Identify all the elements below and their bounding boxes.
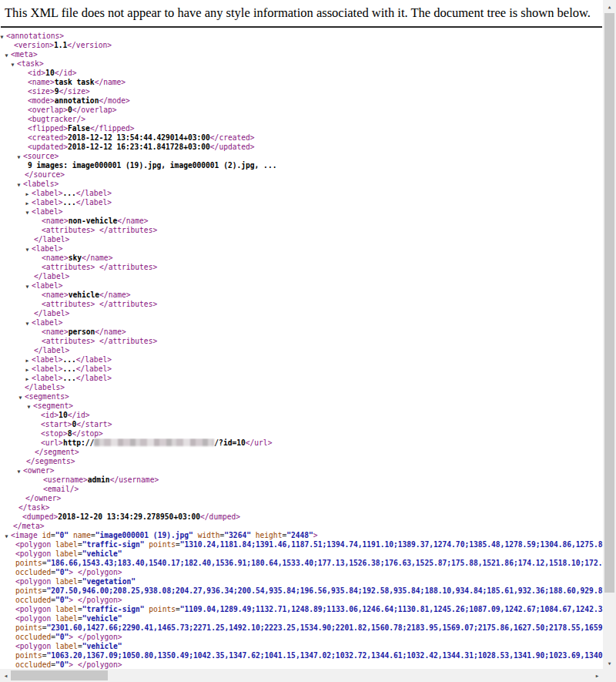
xml-token: 2018-12-20 13:34:29.278950+03:00	[58, 512, 200, 521]
xml-token: "1310.24,1181.84;1391.46,1187.51;1394.74…	[180, 540, 603, 549]
horizontal-scrollbar-thumb[interactable]	[11, 670, 108, 680]
xml-token: "vehicle"	[82, 642, 122, 650]
scroll-left-icon: ◀	[5, 673, 8, 678]
xml-token: <updated>	[28, 143, 68, 151]
collapse-arrow-icon[interactable]: ▼	[24, 319, 31, 328]
xml-line: points="1063.20,1367.09;1050.80,1350.49;…	[0, 651, 603, 660]
collapse-arrow-icon[interactable]: ▼	[3, 532, 10, 540]
xml-token: <version>	[14, 41, 54, 49]
xml-token: points	[15, 651, 42, 660]
xml-token: </version>	[67, 41, 112, 49]
xml-line: 9 images: image000001 (19).jpg, image000…	[0, 161, 603, 170]
xml-token: "2448"	[286, 531, 313, 539]
scroll-left-button[interactable]: ◀	[0, 669, 12, 682]
xml-token: vehicle	[69, 291, 99, 299]
xml-token: <image	[11, 531, 42, 539]
xml-line: <name>sky</name>	[0, 254, 603, 263]
xml-token: </label>	[34, 309, 69, 317]
xml-line: <polygon label="traffic-sign" points="11…	[0, 605, 603, 614]
vertical-scrollbar[interactable]: ▲ ▼	[603, 0, 616, 669]
xml-token: label	[55, 549, 78, 558]
xml-line: <polygon label="vehicle"	[0, 614, 603, 623]
xml-line: ▼<label>	[0, 207, 603, 217]
xml-token: non-vehicle	[69, 217, 118, 225]
xml-token: points	[149, 540, 176, 549]
expand-arrow-icon[interactable]: ▶	[24, 199, 31, 207]
xml-token: points	[15, 623, 42, 632]
xml-token: annotation	[55, 96, 99, 105]
xml-line: <polygon label="vehicle"	[0, 642, 603, 651]
xml-token: "traffic-sign"	[82, 605, 145, 613]
xml-token: <polygon	[15, 642, 55, 650]
xml-token: </name>	[99, 291, 130, 299]
redacted-url-blur	[94, 438, 214, 446]
xml-line: ▼<source>	[0, 152, 603, 161]
xml-token: <label>	[32, 207, 62, 216]
xml-token: </polygon>	[78, 568, 122, 576]
xml-token: "0"	[55, 531, 69, 539]
collapse-arrow-icon[interactable]: ▼	[15, 180, 22, 189]
collapse-arrow-icon[interactable]: ▼	[0, 32, 5, 41]
collapse-arrow-icon[interactable]: ▼	[3, 51, 10, 59]
xml-token: </updated>	[210, 143, 255, 151]
xml-token: points	[15, 586, 42, 595]
xml-line: <id>10</id>	[0, 69, 603, 78]
xml-line: <bugtracker/>	[0, 115, 603, 124]
xml-token: <size>	[28, 87, 55, 96]
scroll-right-button[interactable]: ▶	[591, 669, 603, 682]
xml-line: <size>9</size>	[0, 87, 603, 96]
xml-token: </name>	[95, 78, 126, 86]
xml-token: </dumped>	[200, 512, 240, 521]
collapse-arrow-icon[interactable]: ▼	[9, 60, 16, 69]
collapse-arrow-icon[interactable]: ▼	[17, 393, 24, 401]
xml-token: label	[55, 614, 78, 623]
xml-token: </name>	[95, 328, 126, 336]
xml-token: </name>	[82, 254, 112, 262]
xml-token: <label>	[32, 281, 62, 290]
collapse-arrow-icon[interactable]: ▼	[24, 282, 31, 291]
xml-token: <attributes>	[42, 337, 95, 345]
xml-line: ▶<label>...</label>	[0, 355, 603, 365]
xml-token: points	[149, 605, 176, 613]
collapse-arrow-icon[interactable]: ▼	[24, 208, 31, 217]
xml-token: <polygon	[15, 577, 55, 586]
xml-line: ▶<label>...</label>	[0, 198, 603, 207]
xml-token: 1.1	[54, 41, 67, 49]
collapse-arrow-icon[interactable]: ▼	[15, 467, 22, 475]
expand-arrow-icon[interactable]: ▶	[24, 375, 31, 383]
xml-token: <segment>	[33, 401, 73, 410]
xml-token: "vehicle"	[82, 549, 122, 558]
xml-token: <stop>	[41, 429, 68, 438]
xml-token: <name>	[28, 78, 55, 86]
xml-line: points="2301.60,1427.66;2290.41,1465.73;…	[0, 623, 603, 633]
scroll-down-icon: ▼	[608, 660, 611, 666]
xml-line: occluded="0"> </polygon>	[0, 568, 603, 577]
xml-line: <attributes> </attributes>	[0, 337, 603, 346]
collapse-arrow-icon[interactable]: ▼	[25, 402, 32, 411]
xml-line: occluded="0"> </polygon>	[0, 660, 603, 669]
xml-token: <label>	[32, 374, 62, 382]
scroll-down-button[interactable]: ▼	[603, 657, 616, 669]
xml-token: "0"	[55, 660, 69, 669]
xml-token: </label>	[76, 355, 112, 364]
xml-token: <bugtracker/>	[28, 115, 85, 123]
expand-arrow-icon[interactable]: ▶	[24, 356, 31, 365]
xml-token: <label>	[32, 189, 62, 197]
expand-arrow-icon[interactable]: ▶	[24, 190, 31, 198]
vertical-scrollbar-thumb[interactable]	[604, 13, 614, 593]
horizontal-scrollbar[interactable]: ◀ ▶	[0, 669, 603, 682]
xml-token: width	[198, 531, 220, 539]
xml-token: ...	[62, 374, 75, 382]
expand-arrow-icon[interactable]: ▶	[24, 365, 31, 374]
collapse-arrow-icon[interactable]: ▼	[24, 245, 31, 254]
xml-token: <mode>	[28, 96, 55, 105]
xml-line: </owner>	[0, 494, 603, 503]
xml-token: <attributes>	[42, 263, 95, 271]
xml-token: </meta>	[13, 522, 44, 530]
scroll-up-button[interactable]: ▲	[603, 0, 616, 12]
xml-token: <label>	[32, 244, 62, 253]
xml-token: 9 images: image000001 (19).jpg, image000…	[28, 161, 276, 170]
collapse-arrow-icon[interactable]: ▼	[15, 153, 22, 161]
xml-line: <mode>annotation</mode>	[0, 96, 603, 106]
xml-token: </start>	[76, 420, 112, 428]
